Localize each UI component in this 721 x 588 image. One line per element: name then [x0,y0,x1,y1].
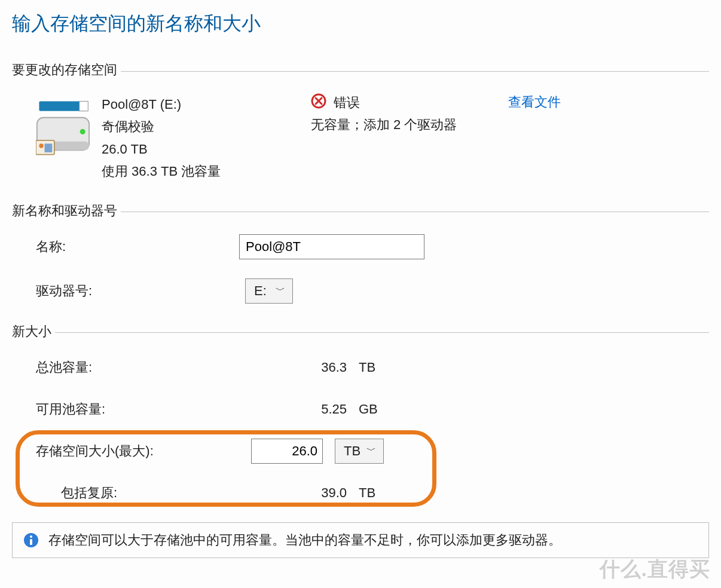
svg-rect-7 [45,143,53,152]
total-pool-label: 总池容量: [36,359,251,376]
svg-point-6 [39,143,43,148]
section-name-letter: 新名称和驱动器号 名称: 驱动器号: E: ﹀ [12,202,709,304]
status-detail: 无容量；添加 2 个驱动器 [311,116,508,134]
section-header-name: 新名称和驱动器号 [12,202,121,220]
svg-rect-1 [80,101,88,111]
section-header-current: 要更改的存储空间 [12,61,121,79]
drive-icon [36,93,102,161]
drive-letter-value: E: [254,283,267,299]
name-label: 名称: [36,238,239,256]
divider [121,71,709,72]
status-label: 错误 [334,94,360,112]
error-icon [311,93,326,112]
drive-name: Pool@8T (E:) [102,93,311,115]
svg-point-10 [30,535,32,538]
info-icon [23,532,39,548]
section-header-size: 新大小 [12,323,55,341]
chevron-down-icon: ﹀ [276,284,285,297]
divider [55,332,709,333]
section-new-size: 新大小 总池容量: 36.3 TB 可用池容量: 5.25 GB 存储空间大小(… [12,323,709,506]
drive-type: 奇偶校验 [102,115,311,137]
total-pool-unit: TB [359,360,418,375]
avail-pool-value: 5.25 [287,402,359,417]
avail-pool-unit: GB [359,402,418,417]
max-size-label: 存储空间大小(最大): [36,442,251,460]
incl-restore-value: 39.0 [287,485,359,501]
avail-pool-label: 可用池容量: [36,400,251,418]
incl-restore-unit: TB [359,485,418,501]
section-current-space: 要更改的存储空间 Pool@8T (E:) 奇偶校验 26.0 TB 使用 [12,61,709,183]
info-text: 存储空间可以大于存储池中的可用容量。当池中的容量不足时，你可以添加更多驱动器。 [48,531,561,549]
info-bar: 存储空间可以大于存储池中的可用容量。当池中的容量不足时，你可以添加更多驱动器。 [12,522,709,558]
drive-usage: 使用 36.3 TB 池容量 [102,160,311,182]
svg-point-4 [80,129,85,134]
drive-letter-select[interactable]: E: ﹀ [245,278,293,304]
chevron-down-icon: ﹀ [366,445,376,457]
max-size-unit-value: TB [344,443,360,459]
svg-rect-11 [30,539,32,545]
view-files-link[interactable]: 查看文件 [508,94,561,109]
max-size-input[interactable] [251,439,323,464]
drive-size: 26.0 TB [102,138,311,160]
divider [121,212,709,212]
name-input[interactable] [239,234,424,259]
drive-letter-label: 驱动器号: [36,282,239,300]
max-size-unit-select[interactable]: TB ﹀ [335,439,384,464]
total-pool-value: 36.3 [287,360,359,375]
page-title: 输入存储空间的新名称和大小 [12,11,709,37]
incl-restore-label: 包括复原: [36,484,251,502]
